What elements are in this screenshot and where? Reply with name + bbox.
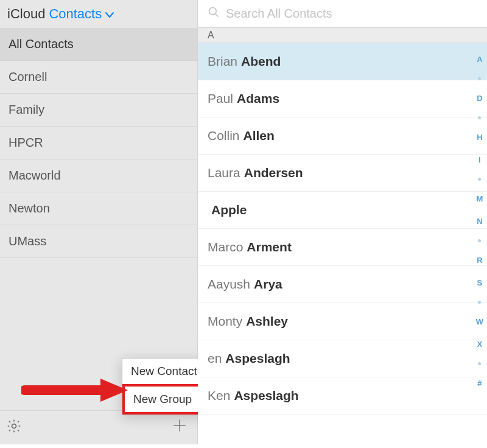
contact-row[interactable]: en Aspeslagh xyxy=(198,340,487,377)
index-letter[interactable]: N xyxy=(477,217,482,226)
index-letter[interactable]: X xyxy=(477,340,483,349)
contact-row[interactable]: Monty Ashley xyxy=(198,303,487,340)
app-window: iCloud Contacts All Contacts Cornell Fam… xyxy=(0,0,487,444)
svg-point-0 xyxy=(12,424,16,428)
contact-lastname: Arment xyxy=(247,240,292,254)
contact-row[interactable]: Paul Adams xyxy=(198,80,487,117)
group-item[interactable]: Cornell xyxy=(0,61,197,94)
svg-marker-4 xyxy=(100,379,128,402)
sidebar: iCloud Contacts All Contacts Cornell Fam… xyxy=(0,0,198,444)
group-label: Newton xyxy=(9,201,50,215)
contact-lastname: Abend xyxy=(241,54,281,69)
contact-lastname: Ashley xyxy=(246,314,288,329)
add-button[interactable] xyxy=(168,418,191,438)
app-label: Contacts xyxy=(49,6,102,22)
group-item[interactable]: UMass xyxy=(0,225,197,258)
contact-row[interactable]: Laura Andersen xyxy=(198,155,487,192)
index-dot-icon xyxy=(478,239,481,242)
index-letter[interactable]: A xyxy=(477,55,482,64)
index-letter[interactable]: R xyxy=(477,256,482,265)
search-bar xyxy=(198,0,487,27)
contact-row[interactable]: Apple xyxy=(198,192,487,229)
group-label: Family xyxy=(9,103,44,117)
contact-lastname: Arya xyxy=(254,277,282,292)
svg-point-5 xyxy=(209,8,217,15)
sidebar-footer xyxy=(0,410,197,444)
group-item[interactable]: HPCR xyxy=(0,127,197,159)
index-dot-icon xyxy=(478,362,481,365)
contact-row[interactable]: Brian Abend xyxy=(198,43,487,80)
contacts-list: Brian Abend Paul Adams Collin Allen Laur… xyxy=(198,43,487,444)
index-dot-icon xyxy=(478,77,481,80)
chevron-down-icon xyxy=(105,6,114,22)
contact-lastname: Apple xyxy=(211,203,247,217)
contact-firstname: Laura xyxy=(208,166,240,180)
group-label: HPCR xyxy=(9,136,43,150)
annotation-arrow xyxy=(21,376,128,404)
contact-firstname: en xyxy=(208,351,222,366)
contact-row[interactable]: Marco Arment xyxy=(198,229,487,266)
section-header: A xyxy=(198,27,487,43)
contact-lastname: Aspeslagh xyxy=(225,351,290,366)
svg-line-6 xyxy=(215,14,219,17)
contact-row[interactable]: Collin Allen xyxy=(198,117,487,155)
group-item[interactable]: Newton xyxy=(0,192,197,225)
index-letter[interactable]: # xyxy=(477,379,482,388)
contact-firstname: Monty xyxy=(208,314,242,329)
group-all-contacts[interactable]: All Contacts xyxy=(0,28,197,61)
index-letter[interactable]: M xyxy=(476,194,483,203)
index-dot-icon xyxy=(478,301,481,304)
contact-row[interactable]: Ken Aspeslagh xyxy=(198,377,487,415)
contact-lastname: Andersen xyxy=(244,166,303,180)
group-item[interactable]: Macworld xyxy=(0,159,197,192)
search-input[interactable] xyxy=(226,7,477,21)
group-item[interactable]: Family xyxy=(0,94,197,127)
groups-list: All Contacts Cornell Family HPCR Macworl… xyxy=(0,28,197,258)
contact-lastname: Allen xyxy=(244,128,275,143)
contact-lastname: Aspeslagh xyxy=(234,388,298,403)
index-letter[interactable]: I xyxy=(478,155,481,164)
main-panel: A Brian Abend Paul Adams Collin Allen La… xyxy=(198,0,487,444)
index-letter[interactable]: S xyxy=(477,278,483,287)
contact-lastname: Adams xyxy=(237,91,279,106)
index-letter[interactable]: H xyxy=(477,133,482,142)
contact-firstname: Aayush xyxy=(208,277,250,292)
contact-firstname: Ken xyxy=(208,388,230,403)
group-label: UMass xyxy=(9,234,46,248)
group-label: Macworld xyxy=(9,169,61,183)
gear-icon[interactable] xyxy=(6,418,22,438)
service-label: iCloud xyxy=(7,6,45,22)
index-letter[interactable]: W xyxy=(476,317,483,326)
group-label: All Contacts xyxy=(9,37,74,51)
contact-firstname: Paul xyxy=(208,91,233,106)
sidebar-header: iCloud Contacts xyxy=(0,0,197,28)
index-dot-icon xyxy=(478,116,481,119)
contact-firstname: Brian xyxy=(208,54,237,69)
contact-row[interactable]: Aayush Arya xyxy=(198,266,487,303)
index-dot-icon xyxy=(478,178,481,181)
index-letter[interactable]: D xyxy=(477,94,482,103)
contact-firstname: Marco xyxy=(208,240,243,254)
search-icon xyxy=(208,6,220,21)
group-label: Cornell xyxy=(9,70,47,84)
alpha-index[interactable]: A D H I M N R S W X # xyxy=(476,55,483,388)
app-picker[interactable]: Contacts xyxy=(49,6,114,22)
contact-firstname: Collin xyxy=(208,128,240,143)
